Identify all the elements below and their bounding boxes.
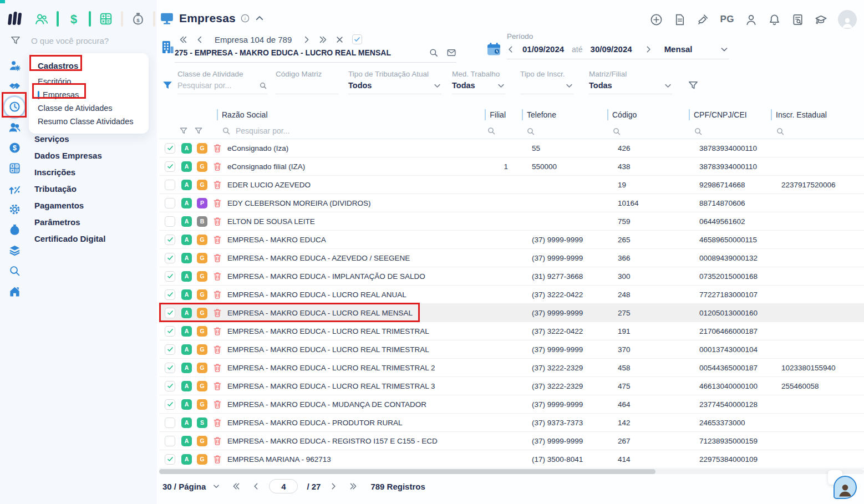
support-avatar[interactable] <box>833 476 857 499</box>
search-telefone-input[interactable] <box>507 126 611 135</box>
menu-item-resumo-classe-atividades[interactable]: Resumo Classe Atividades <box>38 115 149 128</box>
table-row[interactable]: AGeConsignado (Iza)5542638783934000110 <box>159 139 864 157</box>
calendar-icon[interactable] <box>486 41 502 57</box>
filter-med-trabalho[interactable]: Med. Trabalho Todas <box>452 70 505 94</box>
first-page-icon[interactable] <box>232 482 240 490</box>
row-checkbox[interactable] <box>165 216 175 227</box>
chevron-down-icon[interactable] <box>497 82 505 90</box>
row-checkbox[interactable] <box>165 344 175 355</box>
table-row[interactable]: ABELTON DE SOUSA LEITE75906449561602 <box>159 212 864 231</box>
horizontal-scrollbar[interactable] <box>159 469 864 474</box>
period-start-date[interactable]: 01/09/2024 <box>522 44 564 54</box>
last-record-icon[interactable] <box>319 35 327 44</box>
table-row[interactable]: AGEMPRESA - MAKRO EDUCA - LUCRO REAL TRI… <box>159 340 864 359</box>
sidebar-search-placeholder[interactable]: O que você procura? <box>31 36 164 45</box>
page-size-select[interactable]: 30 / Página <box>162 482 206 491</box>
delete-icon[interactable] <box>212 363 222 373</box>
delete-icon[interactable] <box>212 216 222 226</box>
table-row[interactable]: ASEMPRESA - MAKRO EDUCA - PRODUTOR RURAL… <box>159 414 864 432</box>
table-row[interactable]: AGEMPRESA - MAKRO EDUCA - LUCRO REAL MEN… <box>159 304 864 322</box>
filter-search-input[interactable]: Pesquisar por... <box>177 81 259 90</box>
table-row[interactable]: AGEMPRESA - MAKRO EDUCA - LUCRO REAL TRI… <box>159 322 864 340</box>
column-header-filial[interactable]: Filial <box>474 109 507 121</box>
menu-item-empresas[interactable]: Empresas <box>38 88 149 101</box>
collapse-chevron-up-icon[interactable] <box>255 13 265 23</box>
delete-icon[interactable] <box>212 161 222 171</box>
rail-gear-icon[interactable] <box>2 199 27 220</box>
filter-codigo-matriz[interactable]: Código Matriz <box>276 70 338 94</box>
dollar-icon[interactable] <box>67 12 81 26</box>
filter-matriz-filial[interactable]: Matriz/Filial Todas <box>589 70 672 94</box>
search-razao-social-input[interactable]: Pesquisar por... <box>222 126 474 135</box>
current-page-input[interactable]: 4 <box>269 479 298 493</box>
table-row[interactable]: AGEMPRESA - MAKRO EDUCA - LUCRO REAL ANU… <box>159 286 864 304</box>
period-next-icon[interactable] <box>644 45 652 53</box>
user-icon[interactable] <box>745 13 758 26</box>
table-row[interactable]: AGEMPRESA - MAKRO EDUCA - LUCRO REAL TRI… <box>159 377 864 395</box>
column-header-razao-social[interactable]: Razão Social <box>217 109 474 121</box>
row-checkbox[interactable] <box>165 161 175 172</box>
row-checkbox[interactable] <box>165 289 175 300</box>
search-inscr-input[interactable] <box>775 126 864 135</box>
column-header-codigo[interactable]: Código <box>607 109 693 121</box>
delete-icon[interactable] <box>212 289 222 299</box>
period-prev-icon[interactable] <box>507 45 515 53</box>
sidebar-item-pagamentos[interactable]: Pagamentos <box>34 197 105 214</box>
money-bag-icon[interactable] <box>131 12 145 26</box>
clear-filters-funnel-icon[interactable] <box>688 80 699 91</box>
record-checkbox[interactable] <box>352 34 362 44</box>
prev-record-icon[interactable] <box>196 35 204 44</box>
bell-icon[interactable] <box>768 13 781 26</box>
chat-widget[interactable] <box>833 476 857 499</box>
filter-classe-de-atividade[interactable]: Classe de Atividade Pesquisar por... <box>177 70 267 94</box>
delete-icon[interactable] <box>212 143 222 153</box>
page-size-chevron-icon[interactable] <box>212 482 220 490</box>
period-mode-select[interactable]: Mensal <box>664 44 693 54</box>
sidebar-item-servicos[interactable]: Serviços <box>34 131 105 147</box>
row-checkbox[interactable] <box>165 235 175 245</box>
add-circle-icon[interactable] <box>650 13 663 26</box>
row-checkbox[interactable] <box>165 418 175 428</box>
row-checkbox[interactable] <box>165 436 175 446</box>
rail-handshake-icon[interactable] <box>2 76 27 96</box>
sidebar-item-parametros[interactable]: Parâmetros <box>34 214 105 231</box>
delete-icon[interactable] <box>212 418 222 427</box>
rail-dollar-icon[interactable] <box>2 138 27 158</box>
menu-item-escritorio[interactable]: Escritório <box>38 75 149 88</box>
table-row[interactable]: AGEMPRESA - MAKRO EDUCA - LUCRO REAL TRI… <box>159 359 864 377</box>
period-mode-chevron-icon[interactable] <box>720 45 729 54</box>
table-row[interactable]: AGEDER LUCIO AZEVEDO19929867146682237917… <box>159 176 864 194</box>
sidebar-item-certificado-digital[interactable]: Certificado Digital <box>34 231 105 247</box>
rail-user-gear-icon[interactable] <box>2 55 27 76</box>
row-checkbox[interactable] <box>165 308 175 318</box>
document-icon[interactable] <box>673 13 686 26</box>
delete-icon[interactable] <box>212 253 222 263</box>
table-row[interactable]: AGEMPRESA MARIANA - 962713(17) 3500-8041… <box>159 450 864 469</box>
close-record-icon[interactable] <box>336 35 344 44</box>
delete-icon[interactable] <box>212 344 222 354</box>
table-filter-funnel-icon[interactable] <box>179 126 188 135</box>
delete-icon[interactable] <box>212 198 222 208</box>
delete-icon[interactable] <box>212 308 222 318</box>
rail-users-icon[interactable] <box>2 117 27 138</box>
menu-title-cadastros[interactable]: Cadastros <box>38 59 149 75</box>
table-filter-funnel-icon-2[interactable] <box>194 126 203 135</box>
info-icon[interactable] <box>241 14 250 23</box>
pg-icon[interactable]: PG <box>720 14 734 25</box>
rail-home-icon[interactable] <box>2 281 27 302</box>
sidebar-item-tributacao[interactable]: Tributação <box>34 181 105 197</box>
next-record-icon[interactable] <box>302 35 311 44</box>
row-checkbox[interactable] <box>165 253 175 263</box>
row-checkbox[interactable] <box>165 381 175 391</box>
filter-search-icon[interactable] <box>259 82 267 90</box>
column-header-inscr-estadual[interactable]: Inscr. Estadual <box>771 109 864 121</box>
user-avatar[interactable] <box>838 10 857 29</box>
search-cpf-cnpj-input[interactable] <box>693 126 775 135</box>
search-filial-input[interactable] <box>474 126 507 135</box>
column-header-telefone[interactable]: Telefone <box>507 109 611 121</box>
scrollbar-thumb[interactable] <box>159 469 655 474</box>
row-checkbox[interactable] <box>165 180 175 190</box>
sidebar-item-inscricoes[interactable]: Inscrições <box>34 164 105 181</box>
delete-icon[interactable] <box>212 436 222 446</box>
delete-icon[interactable] <box>212 271 222 281</box>
